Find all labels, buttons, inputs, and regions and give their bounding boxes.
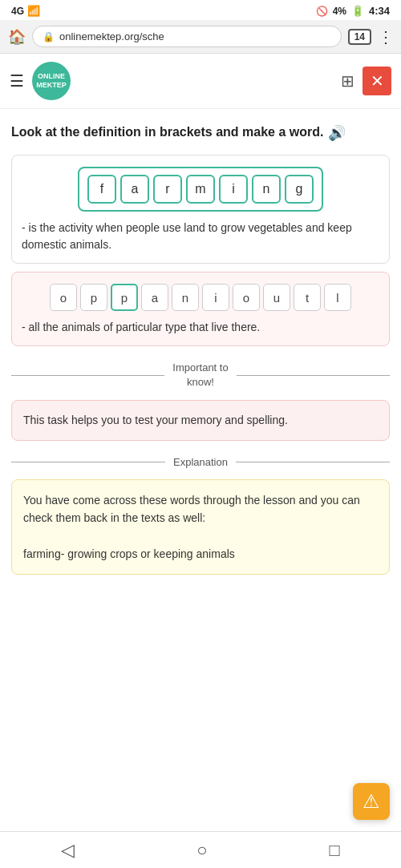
- close-button[interactable]: ✕: [363, 67, 391, 95]
- letter-g: g: [285, 175, 314, 204]
- url-text: onlinemektep.org/sche: [59, 30, 164, 42]
- app-header: ☰ ONLINE MEKTEP ⊞ ✕: [0, 54, 401, 109]
- url-box[interactable]: 🔒 onlinemektep.org/sche: [32, 26, 342, 47]
- word2-description: - all the animals of particular type tha…: [22, 319, 379, 336]
- status-right: 🚫 4% 🔋 4:34: [316, 5, 390, 17]
- main-content: Look at the definition in brackets and m…: [0, 109, 401, 591]
- status-left: 4G 📶: [11, 5, 40, 17]
- letter-p1: p: [80, 284, 107, 311]
- explanation-label: Explanation: [173, 455, 228, 470]
- letter-n: n: [252, 175, 281, 204]
- word1-letter-container: f a r m i n g: [78, 167, 323, 212]
- letter-p2-selected: p: [111, 284, 138, 311]
- lock-icon: 🔒: [43, 31, 55, 42]
- important-info-box: This task helps you to test your memory …: [11, 400, 390, 441]
- back-nav-button[interactable]: ◁: [45, 840, 91, 861]
- letter-a2: a: [141, 284, 168, 311]
- task-instruction: Look at the definition in brackets and m…: [11, 123, 390, 143]
- explanation-divider: Explanation: [11, 455, 390, 470]
- letter-f: f: [87, 175, 116, 204]
- recent-nav-button[interactable]: □: [314, 840, 356, 861]
- grid-icon[interactable]: ⊞: [341, 71, 354, 91]
- time-display: 4:34: [369, 5, 390, 17]
- letter-n2: n: [172, 284, 199, 311]
- explanation-divider-line-right: [236, 462, 390, 462]
- explanation-text: You have come across these words through…: [23, 494, 360, 560]
- signal-text: 4G: [11, 6, 24, 17]
- letter-u2: u: [263, 284, 290, 311]
- status-bar: 4G 📶 🚫 4% 🔋 4:34: [0, 0, 401, 20]
- word1-card: f a r m i n g - is the activity when peo…: [11, 155, 390, 264]
- logo-line2: MEKTEP: [36, 81, 67, 90]
- battery-percent: 4%: [333, 6, 346, 17]
- letter-o2: o: [233, 284, 260, 311]
- word2-letter-row: o p p a n i o u t l: [22, 284, 379, 311]
- browser-menu-button[interactable]: ⋮: [378, 27, 393, 46]
- word2-card: o p p a n i o u t l - all the animals of…: [11, 272, 390, 346]
- important-label: Important toknow!: [172, 361, 228, 390]
- no-img-icon: 🚫: [316, 6, 328, 17]
- divider-line-left: [11, 375, 164, 376]
- signal-bars-icon: 📶: [27, 5, 40, 17]
- letter-i2: i: [202, 284, 229, 311]
- letter-t2: t: [294, 284, 321, 311]
- letter-a: a: [120, 175, 149, 204]
- word1-description: - is the activity when people use land t…: [22, 220, 379, 253]
- letter-r: r: [153, 175, 182, 204]
- letter-m: m: [186, 175, 215, 204]
- speaker-icon[interactable]: 🔊: [328, 123, 346, 143]
- warning-fab[interactable]: ⚠: [353, 783, 390, 820]
- bottom-nav: ◁ ○ □: [0, 831, 401, 868]
- battery-icon: 🔋: [351, 5, 364, 17]
- browser-bar: 🏠 🔒 onlinemektep.org/sche 14 ⋮: [0, 20, 401, 54]
- letter-l2: l: [324, 284, 351, 311]
- divider-line-right: [237, 375, 390, 376]
- important-text: This task helps you to test your memory …: [23, 414, 288, 426]
- app-logo: ONLINE MEKTEP: [32, 62, 71, 100]
- letter-i: i: [219, 175, 248, 204]
- letter-o1: o: [50, 284, 77, 311]
- important-divider: Important toknow!: [11, 361, 390, 390]
- explanation-divider-line-left: [11, 462, 165, 462]
- browser-home-button[interactable]: 🏠: [8, 28, 26, 46]
- home-nav-button[interactable]: ○: [180, 840, 223, 861]
- tab-count[interactable]: 14: [348, 29, 371, 45]
- explanation-box: You have come across these words through…: [11, 479, 390, 575]
- logo-line1: ONLINE: [38, 72, 65, 81]
- instruction-text: Look at the definition in brackets and m…: [11, 123, 323, 141]
- menu-icon[interactable]: ☰: [10, 71, 24, 91]
